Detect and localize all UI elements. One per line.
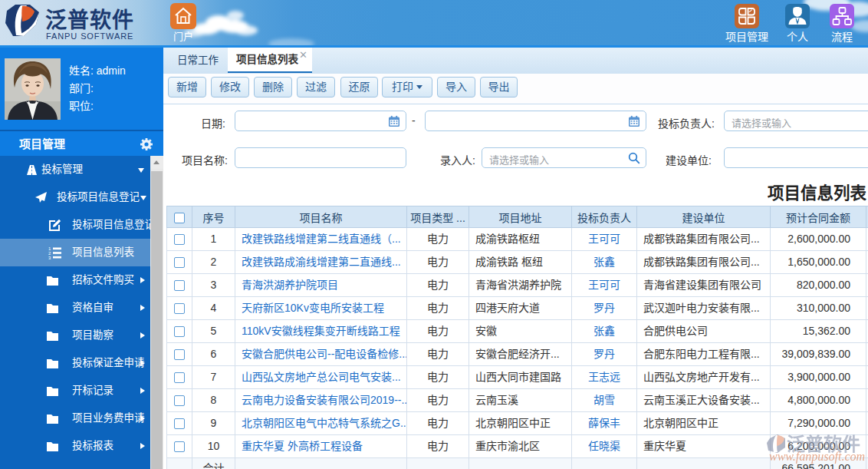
svg-text:3: 3: [48, 256, 51, 259]
